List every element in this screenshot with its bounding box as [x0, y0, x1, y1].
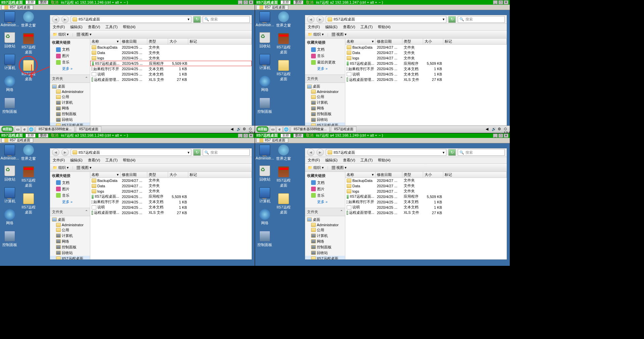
- quick-ie-icon[interactable]: e: [21, 126, 28, 132]
- menu-帮助(H)[interactable]: 帮助(H): [123, 158, 135, 163]
- file-row-logs[interactable]: logs 2020/4/27 ... 文件夹: [90, 189, 252, 194]
- close-icon[interactable]: ✕: [504, 0, 508, 4]
- file-row-说明[interactable]: 说明 2020/4/25 ... 文本文档 1 KB: [345, 205, 507, 210]
- tree-桌面[interactable]: 桌面: [305, 217, 345, 223]
- tree-Administrator[interactable]: Administrator: [305, 223, 345, 227]
- quick-desktop-icon[interactable]: ▭: [15, 126, 21, 132]
- desktop-icon-网络[interactable]: 网络: [1, 76, 18, 92]
- col-name[interactable]: 名称▾: [90, 172, 120, 178]
- dropdown-icon[interactable]: ▾: [188, 17, 190, 21]
- tree-网络[interactable]: 网络: [305, 239, 345, 244]
- favorite-文档[interactable]: 文档: [50, 46, 90, 53]
- master-button[interactable]: 主控: [281, 134, 291, 138]
- file-row-远程桌面管理...[interactable]: 远程桌面管理... 2020/4/25 ... XLS 文件 27 KB: [90, 77, 252, 82]
- col-tag[interactable]: 标记: [443, 39, 507, 44]
- tree-公用[interactable]: 公用: [305, 227, 345, 233]
- tray-icon[interactable]: ⚙: [498, 127, 502, 132]
- favorite-更多 »[interactable]: 更多 »: [305, 199, 345, 205]
- file-row-如果程序打不开[interactable]: 如果程序打不开 2020/4/25 ... 文本文档 1 KB: [345, 66, 507, 71]
- desktop-icon-IIS7远程桌面[interactable]: IIS7远程桌面: [20, 193, 37, 215]
- desktop-icon-Administr...[interactable]: Administr...: [256, 11, 273, 27]
- col-size[interactable]: 大小: [423, 39, 443, 44]
- col-type[interactable]: 类型: [402, 39, 423, 44]
- desktop-icon-计算机[interactable]: 计算机: [256, 187, 273, 204]
- col-tag[interactable]: 标记: [188, 172, 252, 178]
- file-row-Data[interactable]: Data 2020/4/27 ... 文件夹: [345, 50, 507, 55]
- search-input[interactable]: 🔍搜索: [203, 149, 250, 156]
- master-button[interactable]: 主控: [281, 0, 291, 4]
- file-row-如果程序打不开[interactable]: 如果程序打不开 2020/4/25 ... 文本文档 1 KB: [345, 199, 507, 205]
- tree-公用[interactable]: 公用: [305, 94, 345, 100]
- back-button[interactable]: ◄: [52, 16, 59, 23]
- tree-计算机[interactable]: 计算机: [50, 233, 90, 239]
- desktop-icon-世界之窗[interactable]: 世界之窗: [275, 11, 292, 28]
- dropdown-icon[interactable]: ▾: [443, 17, 445, 21]
- tray-icon[interactable]: 🔊: [237, 127, 241, 132]
- tray-icon[interactable]: ◀: [231, 127, 235, 132]
- session-tab[interactable]: IIS7 远程桌面: [256, 5, 288, 10]
- favorite-音乐[interactable]: 音乐: [305, 53, 345, 59]
- tree-控制面板[interactable]: 控制面板: [305, 244, 345, 250]
- minimize-icon[interactable]: _: [238, 134, 243, 138]
- file-row-BackupData[interactable]: BackupData 2020/4/25 ... 文件夹: [90, 45, 252, 50]
- tree-回收站[interactable]: 回收站: [305, 117, 345, 123]
- taskbar-task[interactable]: IIS7远程桌面: [76, 126, 101, 132]
- desktop-icon-计算机[interactable]: 计算机: [1, 187, 18, 204]
- tree-网络[interactable]: 网络: [50, 105, 90, 111]
- taskbar-task[interactable]: IIS7服务器3389批量...: [36, 126, 75, 132]
- tree-Administrator[interactable]: Administrator: [305, 89, 345, 94]
- file-row-logs[interactable]: logs 2020/4/27 ... 文件夹: [345, 55, 507, 61]
- tree-回收站[interactable]: 回收站: [305, 250, 345, 256]
- col-tag[interactable]: 标记: [188, 39, 252, 44]
- tray-icon[interactable]: ◀: [486, 127, 490, 132]
- session-tab[interactable]: IIS7 远程桌面: [1, 138, 33, 143]
- desktop-icon-控制面板[interactable]: 控制面板: [256, 231, 273, 247]
- menu-文件(F)[interactable]: 文件(F): [53, 158, 65, 163]
- file-row-BackupData[interactable]: BackupData 2020/4/27 ... 文件夹: [345, 45, 507, 50]
- taskbar-task[interactable]: IIS7远程桌面: [331, 126, 356, 132]
- refresh-button[interactable]: ↻: [193, 16, 201, 23]
- favorite-音乐[interactable]: 音乐: [305, 192, 345, 199]
- file-row-BackupData[interactable]: BackupData 2020/4/27 ... 文件夹: [345, 178, 507, 183]
- file-row-BackupData[interactable]: BackupData 2020/4/27 ... 文件夹: [90, 178, 252, 183]
- address-bar[interactable]: IIS7远程桌面▾: [326, 16, 446, 23]
- favorite-图片[interactable]: 图片: [50, 186, 90, 192]
- file-row-IIS7远程桌面...[interactable]: IIS7远程桌面... 2020/4/25 ... 应用程序 5,509 KB: [345, 61, 507, 66]
- col-date[interactable]: 修改日期: [376, 172, 402, 178]
- favorite-图片[interactable]: 图片: [50, 53, 90, 59]
- col-tag[interactable]: 标记: [443, 172, 507, 178]
- col-size[interactable]: 大小: [168, 172, 188, 178]
- col-date[interactable]: 修改日期: [376, 39, 402, 44]
- forward-button[interactable]: ►: [61, 16, 69, 23]
- view-button[interactable]: ▦ 视图 ▾: [77, 165, 92, 170]
- forward-button[interactable]: ►: [316, 149, 324, 156]
- menu-编辑(E)[interactable]: 编辑(E): [325, 25, 338, 30]
- menu-工具(T)[interactable]: 工具(T): [360, 25, 373, 30]
- col-name[interactable]: 名称▾: [90, 39, 120, 44]
- maximize-icon[interactable]: □: [243, 134, 248, 138]
- file-row-IIS7远程桌面...[interactable]: IIS7远程桌面... 2020/4/25 ... 应用程序 5,509 KB: [345, 194, 507, 199]
- file-row-logs[interactable]: logs 2020/4/27 ... 文件夹: [345, 189, 507, 194]
- col-date[interactable]: 修改日期: [120, 39, 147, 44]
- menu-工具(T)[interactable]: 工具(T): [105, 158, 117, 163]
- menu-编辑(E)[interactable]: 编辑(E): [325, 158, 338, 163]
- col-name[interactable]: 名称▾: [345, 172, 376, 178]
- favorite-文档[interactable]: 文档: [50, 180, 90, 186]
- tray-icon[interactable]: ⚙: [243, 127, 247, 132]
- file-row-IIS7远程桌面...[interactable]: IIS7远程桌面... 2020/4/25 ... 应用程序 5,509 KB: [90, 194, 252, 199]
- forward-button[interactable]: ►: [316, 16, 324, 23]
- menu-查看(V)[interactable]: 查看(V): [88, 25, 100, 30]
- tree-回收站[interactable]: 回收站: [50, 117, 90, 123]
- desktop-icon-IIS7远程桌面[interactable]: IIS7远程桌面: [20, 166, 37, 188]
- view-button[interactable]: ▦ 视图 ▾: [332, 165, 347, 170]
- session-tab[interactable]: IIS7 远程桌面: [1, 5, 33, 10]
- file-row-远程桌面管理...[interactable]: 远程桌面管理... 2020/4/25 ... XLS 文件 27 KB: [345, 77, 507, 82]
- desktop-icon-Administr...[interactable]: Administr...: [1, 145, 18, 160]
- tree-控制面板[interactable]: 控制面板: [50, 244, 90, 250]
- desktop-icon-IIS7远程桌面[interactable]: IIS7远程桌面: [275, 166, 292, 188]
- desktop-icon-IIS7远程桌面[interactable]: IIS7远程桌面: [275, 193, 292, 215]
- file-row-说明[interactable]: 说明 2020/4/25 ... 文本文档 1 KB: [90, 71, 252, 77]
- favorite-图片[interactable]: 图片: [305, 186, 345, 192]
- tree-公用[interactable]: 公用: [50, 227, 90, 233]
- tree-计算机[interactable]: 计算机: [305, 100, 345, 105]
